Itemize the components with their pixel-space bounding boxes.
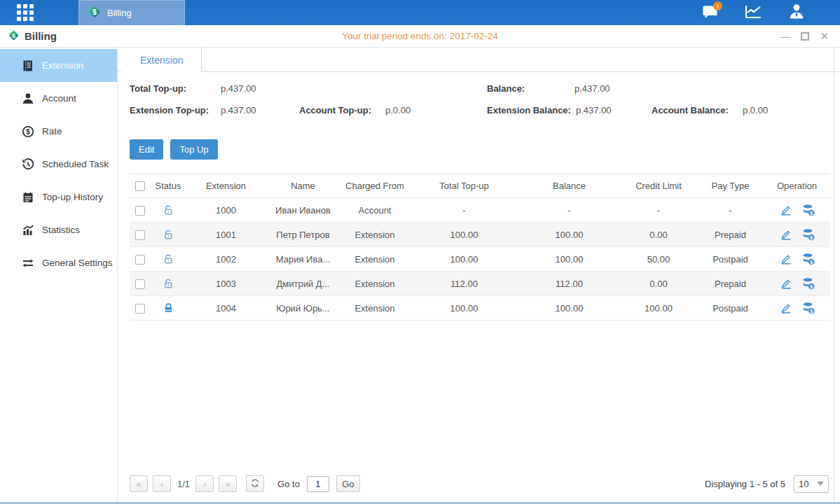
last-page-button[interactable]: » [219, 475, 237, 492]
table-row-extension-1004: 1004Юрий Юрь...Extension100.00100.00100.… [130, 296, 830, 321]
cell-total-topup: 112.00 [410, 272, 518, 296]
total-topup-label: Total Top-up: [130, 83, 186, 94]
apps-grid-icon [17, 4, 34, 21]
column-header-credit_limit: Credit Limit [620, 174, 697, 198]
topup-row-icon[interactable]: $ [802, 277, 815, 290]
sidebar-item-top-up-history[interactable]: Top-up History [0, 181, 117, 214]
sidebar-item-label: Extension [42, 60, 83, 71]
topup-row-icon[interactable]: $ [802, 204, 815, 216]
reports-button[interactable] [743, 4, 763, 22]
edit-row-icon[interactable] [780, 302, 792, 314]
stats-icon [21, 223, 34, 237]
cell-operation: $ [764, 198, 830, 223]
column-header-status: Status [151, 174, 186, 198]
application-top-bar: $ Billing ! [0, 0, 840, 25]
taskbar-tab-label: Billing [107, 8, 132, 18]
minimize-button[interactable]: — [780, 31, 790, 41]
refresh-button[interactable] [246, 475, 264, 492]
svg-text:$: $ [92, 8, 97, 16]
extension-book-icon [21, 59, 34, 72]
edit-row-icon[interactable] [780, 228, 792, 241]
extension-balance-label: Extension Balance: [487, 105, 571, 115]
cell-credit-limit: - [620, 198, 697, 223]
pagination-bar: « ‹ 1/1 › » Go to Go Displaying 1 - [118, 468, 840, 502]
cell-balance: 100.00 [518, 223, 620, 247]
column-header-name: Name [266, 174, 340, 198]
sidebar-item-label: Scheduled Task [42, 159, 109, 169]
cell-total-topup: 100.00 [410, 247, 518, 272]
select-all-checkbox[interactable] [135, 181, 145, 191]
total-topup-value: p.437.00 [221, 83, 256, 94]
sidebar-item-label: Statistics [42, 225, 80, 235]
sidebar-item-statistics[interactable]: Statistics [0, 214, 117, 246]
cell-total-topup: 100.00 [410, 223, 518, 247]
sidebar-item-extension[interactable]: Extension [0, 49, 117, 82]
topup-button[interactable]: Top Up [170, 139, 217, 160]
edit-button[interactable]: Edit [130, 139, 163, 160]
refresh-icon [250, 478, 260, 490]
topup-row-icon[interactable]: $ [802, 302, 815, 314]
goto-label: Go to [277, 479, 300, 489]
dollar-circle-icon: $ [21, 125, 34, 138]
balance-summary: Total Top-up: p.437.00 Balance: p.437.00… [118, 82, 840, 127]
row-checkbox[interactable] [135, 255, 145, 265]
lock-open-icon[interactable] [163, 204, 174, 216]
cell-name: Мария Ива... [266, 247, 340, 272]
edit-row-icon[interactable] [780, 277, 792, 290]
cell-balance: 100.00 [518, 296, 620, 321]
sidebar-item-scheduled-task[interactable]: Scheduled Task [0, 148, 117, 181]
taskbar-billing-tab[interactable]: $ Billing [78, 0, 185, 25]
user-account-button[interactable] [787, 4, 806, 22]
cell-credit-limit: 0.00 [620, 223, 697, 247]
cell-name: Юрий Юрь... [266, 296, 340, 321]
cell-extension: 1001 [186, 223, 266, 247]
edit-row-icon[interactable] [780, 204, 792, 216]
maximize-button[interactable] [801, 32, 809, 41]
svg-text:$: $ [810, 260, 813, 265]
column-header-total_topup: Total Top-up [410, 174, 518, 198]
sidebar-item-account[interactable]: Account [0, 82, 117, 115]
cell-total-topup: 100.00 [410, 296, 518, 321]
page-size-select[interactable]: 10 [794, 475, 829, 493]
svg-text:$: $ [26, 128, 30, 136]
close-button[interactable]: ✕ [820, 31, 829, 41]
next-page-button[interactable]: › [195, 475, 214, 492]
tab-extension[interactable]: Extension [122, 48, 202, 72]
svg-text:$: $ [810, 284, 813, 290]
prev-page-button[interactable]: ‹ [153, 475, 171, 492]
cell-pay-type: Postpaid [697, 296, 764, 321]
table-row-extension-1002: 1002Мария Ива...Extension100.00100.0050.… [130, 247, 830, 272]
cell-pay-type: Prepaid [697, 272, 764, 296]
topup-row-icon[interactable]: $ [802, 228, 815, 241]
lock-open-icon[interactable] [163, 278, 174, 290]
row-checkbox[interactable] [135, 279, 145, 289]
window-right-border [834, 48, 834, 502]
row-checkbox[interactable] [135, 304, 145, 314]
cell-pay-type: Postpaid [697, 247, 764, 272]
topup-row-icon[interactable]: $ [802, 253, 815, 265]
go-button[interactable]: Go [336, 475, 360, 492]
sidebar-item-label: Account [42, 93, 76, 104]
cell-pay-type: Prepaid [697, 223, 764, 247]
displaying-text: Displaying 1 - 5 of 5 [705, 479, 785, 489]
messages-button[interactable]: ! [700, 4, 719, 22]
first-page-button[interactable]: « [130, 475, 148, 492]
sidebar-item-label: Rate [42, 126, 62, 136]
row-checkbox[interactable] [135, 206, 145, 216]
sidebar-item-general-settings[interactable]: General Settings [0, 246, 117, 279]
row-checkbox[interactable] [135, 230, 145, 240]
cell-charged-from: Extension [340, 272, 410, 296]
cell-charged-from: Account [340, 198, 410, 223]
app-menu-button[interactable] [0, 0, 50, 25]
lock-open-icon[interactable] [163, 253, 174, 265]
column-header-pay_type: Pay Type [697, 174, 764, 198]
lock-open-icon[interactable] [163, 229, 174, 241]
table-row-extension-1001: 1001Петр ПетровExtension100.00100.000.00… [130, 223, 830, 247]
balance-value: p.437.00 [574, 83, 610, 94]
sidebar-item-rate[interactable]: $Rate [0, 115, 117, 148]
edit-row-icon[interactable] [780, 253, 792, 265]
cell-balance: 100.00 [518, 247, 620, 272]
lock-closed-icon[interactable] [163, 302, 174, 314]
cell-charged-from: Extension [340, 247, 410, 272]
goto-page-input[interactable] [307, 476, 329, 492]
